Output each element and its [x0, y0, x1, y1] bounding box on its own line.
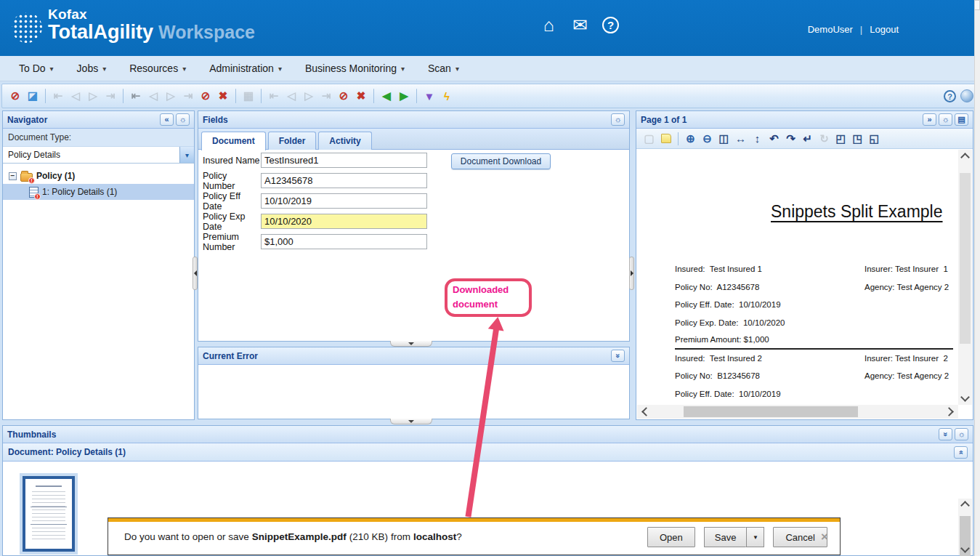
document-type-select[interactable]: Policy Details ▾ [3, 147, 194, 164]
copy-page-icon[interactable]: ◳ [849, 131, 866, 146]
logout-link[interactable]: Logout [870, 24, 899, 35]
collapse-up-button[interactable]: » [954, 446, 968, 459]
tree-node-policy[interactable]: Policy (1) [3, 168, 194, 184]
fields-form: Insured Name Policy Number Policy Eff Da… [203, 153, 427, 254]
save-button[interactable]: Save [704, 527, 747, 547]
menu-item[interactable]: Resources ▾ [118, 56, 198, 81]
rotate-page-right-icon[interactable]: ◱ [866, 131, 883, 146]
cancel-button[interactable]: Cancel [773, 527, 827, 547]
expand-panel-button[interactable]: » [923, 113, 936, 126]
shortcut-keys-icon[interactable]: ϟ [438, 88, 455, 104]
save-dropdown-button[interactable]: ▼ [746, 527, 764, 547]
collapse-left-handle[interactable] [193, 257, 198, 290]
delete-document-icon[interactable]: ✖ [214, 88, 232, 104]
open-button[interactable]: Open [647, 527, 695, 547]
fit-width-icon[interactable]: ↔ [732, 131, 749, 146]
policy-exp-date-field[interactable] [261, 214, 427, 229]
rotate-page-left-icon[interactable]: ◰ [833, 131, 849, 146]
reject-class-icon[interactable]: ⊘ [7, 88, 24, 104]
fit-height-icon[interactable]: ↕ [749, 131, 766, 146]
tab[interactable]: Activity [318, 132, 371, 150]
change-document-type-icon[interactable]: ◪ [24, 88, 41, 104]
settings-button[interactable]: ☼ [955, 428, 968, 440]
policy-number-field[interactable] [261, 173, 427, 188]
first-page-icon[interactable]: ⇤ [127, 88, 145, 104]
thumbnails-vertical-scrollbar[interactable] [958, 499, 972, 555]
settings-button[interactable]: ☼ [176, 113, 190, 126]
browser-scrollbar-strip[interactable] [974, 0, 980, 556]
add-note-icon[interactable]: ▢ [641, 131, 657, 146]
tab[interactable]: Folder [268, 132, 317, 150]
policy-eff-date-field[interactable] [261, 193, 427, 209]
document-download-button[interactable]: Document Download [451, 153, 551, 169]
print-button[interactable]: ▤ [955, 113, 968, 126]
settings-button[interactable]: ☼ [939, 113, 952, 126]
reject-document-icon[interactable]: ⊘ [197, 88, 214, 104]
browser-scroll-up-button[interactable] [974, 0, 980, 10]
insured-name-field[interactable] [261, 153, 427, 168]
complete-activity-icon[interactable]: ▶ [395, 88, 413, 104]
scroll-up-icon[interactable] [960, 501, 970, 510]
save-and-previous-icon[interactable]: ◀ [378, 88, 395, 104]
rotate-180-icon[interactable]: ↵ [799, 131, 816, 146]
chevron-down-icon[interactable]: ▾ [179, 147, 194, 163]
document-properties-icon[interactable]: ▦ [240, 88, 257, 104]
help-icon[interactable]: ? [602, 17, 619, 33]
viewer-vertical-scrollbar[interactable] [958, 150, 972, 405]
first-folder-icon[interactable]: ⇤ [49, 88, 67, 104]
current-error-title: Current Error [203, 351, 258, 361]
zoom-out-icon[interactable]: ⊖ [699, 131, 716, 146]
scroll-up-icon[interactable] [960, 153, 970, 162]
document-page[interactable]: Snippets Split Example Insured: Test Ins… [649, 150, 958, 405]
previous-document-icon[interactable]: ◁ [283, 88, 300, 104]
language-globe-icon[interactable] [960, 89, 973, 102]
scroll-left-icon[interactable] [641, 407, 651, 416]
tree-node-policy-details[interactable]: 1: Policy Details (1) [3, 184, 194, 200]
collapse-button[interactable]: » [611, 350, 625, 362]
settings-button[interactable]: ☼ [611, 113, 625, 126]
horizontal-splitter[interactable] [390, 341, 432, 347]
scroll-down-icon[interactable] [960, 392, 970, 402]
home-icon[interactable]: ⌂ [543, 15, 554, 35]
last-folder-icon[interactable]: ⇥ [102, 88, 119, 104]
filter-settings-icon[interactable]: ▼ [421, 88, 438, 104]
menu-item[interactable]: Administration ▾ [198, 56, 293, 81]
last-page-icon[interactable]: ⇥ [179, 88, 197, 104]
menu-item[interactable]: Business Monitoring ▾ [293, 56, 416, 81]
menu-item[interactable]: Scan ▾ [416, 56, 471, 81]
rotate-left-icon[interactable]: ↶ [766, 131, 782, 146]
toolbar-help-icon[interactable]: ? [944, 90, 956, 102]
horizontal-splitter[interactable] [390, 419, 432, 424]
next-folder-icon[interactable]: ▷ [84, 88, 102, 104]
viewer-horizontal-scrollbar[interactable] [637, 405, 958, 419]
refresh-icon[interactable]: ↻ [816, 131, 833, 146]
collapse-node-icon[interactable] [9, 172, 17, 180]
zoom-in-icon[interactable]: ⊕ [682, 131, 699, 146]
previous-page-icon[interactable]: ◁ [145, 88, 162, 104]
rotate-right-icon[interactable]: ↷ [782, 131, 799, 146]
view-notes-icon[interactable] [657, 131, 674, 146]
scroll-right-icon[interactable] [944, 407, 954, 416]
mail-icon[interactable]: ✉ [572, 15, 588, 35]
menu-item[interactable]: Jobs ▾ [65, 56, 118, 81]
close-icon[interactable]: × [821, 531, 828, 543]
last-document-icon[interactable]: ⇥ [317, 88, 335, 104]
reject-page-icon[interactable]: ⊘ [335, 88, 352, 104]
collapse-panel-button[interactable]: « [160, 113, 174, 126]
scrollbar-thumb[interactable] [684, 406, 858, 417]
collapse-button[interactable]: » [939, 428, 952, 440]
delete-page-icon[interactable]: ✖ [352, 88, 370, 104]
next-page-icon[interactable]: ▷ [162, 88, 179, 104]
premium-number-field[interactable] [261, 234, 427, 249]
scrollbar-thumb[interactable] [960, 173, 971, 344]
page-thumbnail[interactable] [20, 473, 78, 555]
collapse-right-handle[interactable] [629, 257, 634, 290]
first-document-icon[interactable]: ⇤ [265, 88, 283, 104]
next-document-icon[interactable]: ▷ [300, 88, 317, 104]
user-name[interactable]: DemoUser [808, 24, 853, 35]
tab[interactable]: Document [201, 132, 266, 150]
previous-folder-icon[interactable]: ◁ [67, 88, 84, 104]
menu-item[interactable]: To Do ▾ [7, 56, 65, 81]
fit-page-icon[interactable]: ◫ [716, 131, 732, 146]
download-notification-bar: Do you want to open or saveSnippetExampl… [108, 517, 841, 555]
